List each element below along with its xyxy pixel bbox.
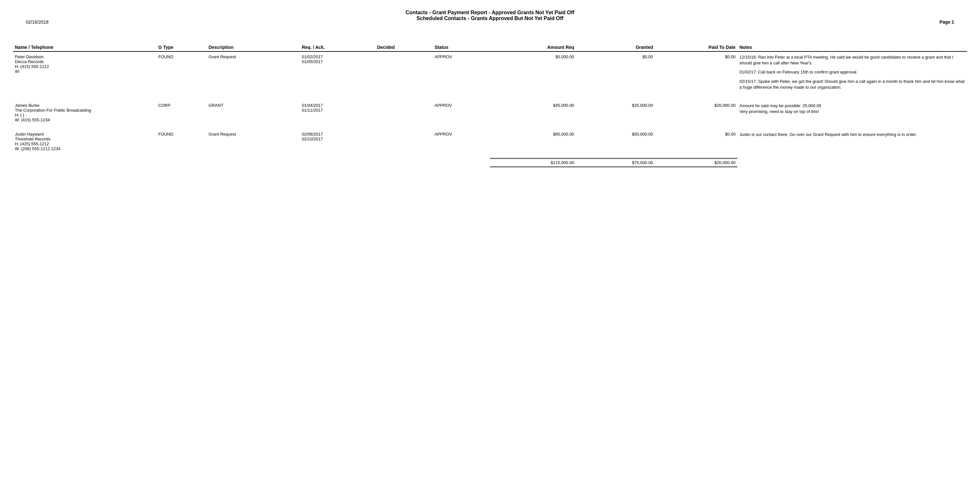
granted-cell: $50,000.00 — [576, 129, 655, 152]
decided-cell — [375, 129, 433, 152]
col-g-type: G Type — [156, 43, 207, 51]
total-amount-req: $115,000.00 — [490, 159, 576, 167]
amount-req-cell: $5,000.00 — [490, 51, 576, 94]
col-granted: Granted — [576, 43, 655, 51]
col-status: Status — [433, 43, 490, 51]
table-row: Peter Davidson Decca Records H: (415) 55… — [13, 51, 967, 94]
status-cell: APPROV — [433, 100, 490, 123]
contact-phone-h: H: (425) 555-1212 — [15, 142, 154, 146]
status-cell: APPROV — [433, 129, 490, 152]
description-cell: Grant Request — [207, 51, 300, 94]
contact-name-cell: Peter Davidson Decca Records H: (415) 55… — [13, 51, 156, 94]
col-paid-to-date: Paid To Date — [655, 43, 737, 51]
col-decided: Decided — [375, 43, 433, 51]
contact-phone-w: W: — [15, 69, 154, 74]
totals-notes-blank — [737, 159, 967, 167]
paid-to-date-cell: $0.00 — [655, 129, 737, 152]
g-type-cell: FOUND — [156, 129, 207, 152]
req-ack-cell: 01/02/201701/05/2017 — [300, 51, 375, 94]
spacer-row — [13, 123, 967, 129]
contact-name: Peter Davidson — [15, 54, 154, 59]
decided-cell — [375, 51, 433, 94]
contact-name: Justin Hayward — [15, 132, 154, 137]
col-description: Description — [207, 43, 300, 51]
totals-spacer — [13, 152, 967, 159]
table-row: Justin Hayward Threshold Records H: (425… — [13, 129, 967, 152]
description-cell: GRANT — [207, 100, 300, 123]
total-paid-to-date: $20,000.00 — [655, 159, 737, 167]
totals-label — [13, 159, 490, 167]
amount-req-cell: $65,000.00 — [490, 129, 576, 152]
page-number: Page 1 — [940, 19, 954, 25]
report-table: Name / Telephone G Type Description Req.… — [13, 43, 967, 167]
total-granted: $75,000.00 — [576, 159, 655, 167]
notes-cell: Justin is our contact there. Go over our… — [737, 129, 967, 152]
req-ack-cell: 02/08/201702/10/2017 — [300, 129, 375, 152]
col-name-telephone: Name / Telephone — [13, 43, 156, 51]
paid-to-date-cell: $20,000.00 — [655, 100, 737, 123]
granted-cell: $25,000.00 — [576, 100, 655, 123]
g-type-cell: CORP — [156, 100, 207, 123]
contact-name-cell: James Burke The Corporation For Public B… — [13, 100, 156, 123]
contact-org: Decca Records — [15, 59, 154, 64]
col-req-ack: Req. / Ack. — [300, 43, 375, 51]
g-type-cell: FOUND — [156, 51, 207, 94]
notes-cell: 12/15/16: Ran into Peter at a local PTA … — [737, 51, 967, 94]
status-cell: APPROV — [433, 51, 490, 94]
table-row: James Burke The Corporation For Public B… — [13, 100, 967, 123]
contact-phone-w: W: (415) 555-1234 — [15, 118, 154, 122]
paid-to-date-cell: $0.00 — [655, 51, 737, 94]
notes-cell: Amount he said may be possible: 25,000.0… — [737, 100, 967, 123]
col-notes: Notes — [737, 43, 967, 51]
contact-phone-h: H: ( ) - — [15, 113, 154, 118]
spacer-row — [13, 94, 967, 100]
contact-org: The Corporation For Public Broadcasting — [15, 108, 154, 113]
contact-name-cell: Justin Hayward Threshold Records H: (425… — [13, 129, 156, 152]
decided-cell — [375, 100, 433, 123]
contact-name: James Burke — [15, 103, 154, 108]
contact-phone-w: W: (206) 555-1212 1234 — [15, 146, 154, 151]
granted-cell: $0.00 — [576, 51, 655, 94]
totals-row: $115,000.00 $75,000.00 $20,000.00 — [13, 159, 967, 167]
description-cell: Grant Request — [207, 129, 300, 152]
col-amount-req: Amount Req — [490, 43, 576, 51]
contact-org: Threshold Records — [15, 137, 154, 142]
report-title: Contacts - Grant Payment Report - Approv… — [13, 10, 967, 21]
amount-req-cell: $45,000.00 — [490, 100, 576, 123]
report-date: 02/16/2018 — [26, 19, 49, 25]
contact-phone-h: H: (415) 555-1212 — [15, 64, 154, 69]
req-ack-cell: 01/04/201701/11/2017 — [300, 100, 375, 123]
